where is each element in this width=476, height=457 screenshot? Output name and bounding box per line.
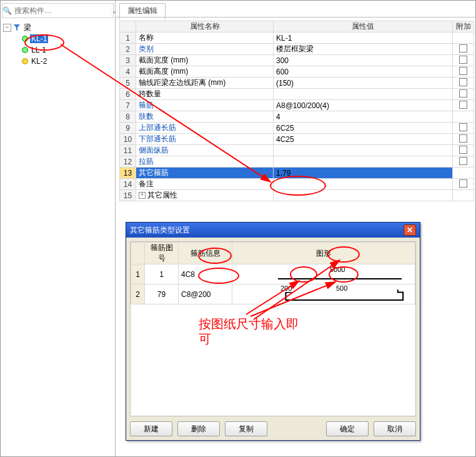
extra-cell[interactable] (453, 33, 474, 44)
shape-value[interactable]: 200 (280, 284, 292, 292)
extra-cell[interactable] (453, 111, 474, 123)
property-row[interactable]: 7箍筋A8@100/200(4) (120, 100, 474, 111)
checkbox[interactable] (459, 123, 467, 131)
checkbox[interactable] (459, 146, 467, 154)
new-button[interactable]: 新建 (130, 421, 172, 436)
extra-cell[interactable] (453, 134, 474, 145)
extra-cell[interactable] (453, 190, 474, 201)
dialog-title: 其它箍筋类型设置 (130, 225, 404, 236)
property-value[interactable]: 6C25 (274, 123, 453, 134)
ok-button[interactable]: 确定 (326, 421, 369, 436)
stirrup-row[interactable]: 2 79 C8@200 200 500 (131, 284, 415, 304)
property-value[interactable]: A8@100/200(4) (274, 100, 453, 111)
checkbox[interactable] (459, 78, 467, 86)
filter-icon (13, 24, 21, 31)
property-name: 名称 (136, 33, 274, 44)
property-value[interactable]: 4C25 (274, 134, 453, 145)
extra-cell[interactable] (453, 168, 474, 179)
annotation-text: 可 (199, 331, 211, 346)
stirrup-no-cell[interactable]: 79 (145, 284, 179, 304)
tree-item[interactable]: KL-1 (3, 33, 112, 44)
property-name: 箍筋 (136, 100, 274, 111)
delete-button[interactable]: 删除 (177, 421, 220, 436)
property-row[interactable]: 9上部通长筋6C25 (120, 123, 474, 134)
checkbox[interactable] (459, 89, 467, 98)
property-row[interactable]: 8肢数4 (120, 111, 474, 123)
checkbox[interactable] (459, 44, 467, 53)
property-name: 类别 (136, 44, 274, 55)
extra-cell[interactable] (453, 145, 474, 156)
property-row[interactable]: 1名称KL-1 (120, 33, 474, 44)
property-row[interactable]: 5轴线距梁左边线距离 (mm)(150) (120, 78, 474, 89)
property-row[interactable]: 10下部通长筋4C25 (120, 134, 474, 145)
stirrup-row[interactable]: 1 1 4C8 5000 (131, 264, 415, 284)
col-shape: 图形 (232, 243, 415, 264)
extra-cell[interactable] (453, 78, 474, 89)
checkbox[interactable] (459, 134, 467, 143)
property-row[interactable]: 14备注 (120, 179, 474, 190)
property-value[interactable]: (150) (274, 78, 453, 89)
row-number: 13 (120, 168, 136, 179)
extra-cell[interactable] (453, 66, 474, 78)
extra-cell[interactable] (453, 100, 474, 111)
property-row[interactable]: 4截面高度 (mm)600 (120, 66, 474, 78)
property-value[interactable]: KL-1 (274, 33, 453, 44)
row-number: 4 (120, 66, 136, 78)
property-value[interactable]: 1,79 (274, 168, 453, 179)
property-value[interactable] (274, 190, 453, 201)
property-value[interactable] (274, 179, 453, 190)
row-number: 2 (120, 44, 136, 55)
extra-cell[interactable] (453, 44, 474, 55)
shape-value[interactable]: 5000 (329, 266, 345, 273)
checkbox[interactable] (459, 67, 467, 75)
property-row[interactable]: 6跨数量 (120, 89, 474, 100)
stirrup-info-cell[interactable]: C8@200 (179, 284, 232, 304)
property-row[interactable]: 3截面宽度 (mm)300 (120, 55, 474, 66)
property-value[interactable] (274, 156, 453, 168)
dialog-titlebar[interactable]: 其它箍筋类型设置 ✕ (126, 223, 420, 238)
extra-cell[interactable] (453, 55, 474, 66)
tree-item[interactable]: KL-2 (3, 56, 112, 67)
property-row[interactable]: 11侧面纵筋 (120, 145, 474, 156)
collapse-icon[interactable]: − (3, 24, 11, 32)
row-number: 5 (120, 78, 136, 89)
component-tree: − 梁 KL-1 LL-1 KL-2 (3, 22, 112, 67)
extra-cell[interactable] (453, 89, 474, 100)
copy-button[interactable]: 复制 (225, 421, 267, 436)
property-row[interactable]: 15+其它属性 (120, 190, 474, 201)
col-rownum (131, 243, 145, 264)
extra-cell[interactable] (453, 179, 474, 190)
row-number: 11 (120, 145, 136, 156)
property-value[interactable] (274, 89, 453, 100)
property-value[interactable]: 300 (274, 55, 453, 66)
row-number: 2 (131, 284, 145, 304)
property-row[interactable]: 2类别楼层框架梁 (120, 44, 474, 55)
property-value[interactable]: 4 (274, 111, 453, 123)
checkbox[interactable] (459, 179, 467, 188)
stirrup-info-cell[interactable]: 4C8 (179, 264, 232, 284)
expand-icon[interactable]: + (139, 192, 146, 199)
checkbox[interactable] (459, 101, 467, 109)
property-name: 上部通长筋 (136, 123, 274, 134)
extra-cell[interactable] (453, 156, 474, 168)
shape-cell[interactable]: 200 500 (232, 284, 415, 304)
shape-value[interactable]: 500 (335, 284, 348, 292)
property-value[interactable] (274, 145, 453, 156)
search-input[interactable] (12, 6, 111, 15)
checkbox[interactable] (459, 56, 467, 64)
property-name: 轴线距梁左边线距离 (mm) (136, 78, 274, 89)
property-value[interactable]: 600 (274, 66, 453, 78)
tree-item[interactable]: LL-1 (3, 44, 112, 56)
property-name: 肢数 (136, 111, 274, 123)
stirrup-no-cell[interactable]: 1 (145, 264, 179, 284)
cancel-button[interactable]: 取消 (374, 421, 416, 436)
property-value[interactable]: 楼层框架梁 (274, 44, 453, 55)
property-row[interactable]: 13其它箍筋1,79 (120, 168, 474, 179)
checkbox[interactable] (459, 157, 467, 165)
property-row[interactable]: 12拉筋 (120, 156, 474, 168)
shape-cell[interactable]: 5000 (232, 264, 415, 284)
extra-cell[interactable] (453, 123, 474, 134)
tree-root-row[interactable]: − 梁 (3, 22, 112, 33)
row-number: 6 (120, 89, 136, 100)
close-icon[interactable]: ✕ (404, 224, 416, 236)
